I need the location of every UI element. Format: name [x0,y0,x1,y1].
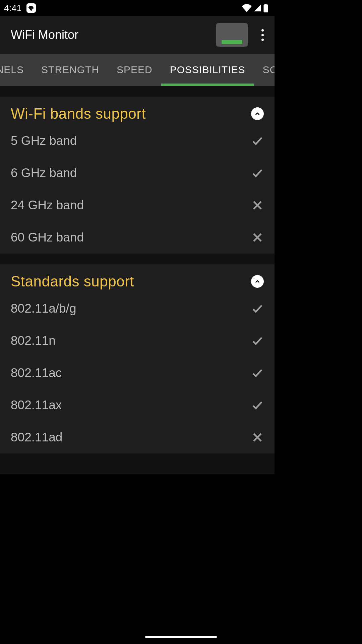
list-item: 802.11ax [11,389,264,421]
row-label: 802.11ad [11,430,62,444]
status-time: 4:41 [4,3,22,13]
list-item: 802.11ad [11,421,264,453]
check-icon [251,135,264,147]
list-item: 802.11a/b/g [11,292,264,325]
app-title: WiFi Monitor [11,28,216,42]
row-label: 802.11ax [11,398,62,412]
tab-scan[interactable]: SCAN [254,54,275,86]
check-icon [251,334,264,347]
tab-nnels[interactable]: NNELS [0,54,33,86]
row-label: 5 GHz band [11,134,77,148]
status-right [242,4,268,12]
check-icon [251,367,264,379]
signal-strength-widget[interactable] [216,23,248,47]
list-item: 24 GHz band [11,189,264,221]
list-item: 802.11ac [11,357,264,389]
check-icon [251,399,264,412]
row-label: 802.11a/b/g [11,302,76,316]
list-item: 6 GHz band [11,157,264,189]
cellular-icon [253,4,262,12]
check-icon [251,167,264,179]
close-icon [251,431,264,444]
row-label: 24 GHz band [11,198,84,212]
tab-label: SCAN [263,64,275,75]
content-scroll[interactable]: Wi-Fi bands support5 GHz band6 GHz band2… [0,86,275,474]
tab-label: STRENGTH [41,64,99,75]
section-title: Wi-Fi bands support [11,105,146,122]
row-label: 6 GHz band [11,166,77,180]
status-bar: 4:41 [0,0,275,16]
chevron-up-icon[interactable] [251,107,264,120]
app-bar: WiFi Monitor [0,16,275,54]
row-label: 802.11n [11,334,56,348]
section-title: Standards support [11,273,134,290]
list-item: 5 GHz band [11,125,264,157]
list-item: 60 GHz band [11,221,264,254]
wifi-icon [242,4,252,12]
more-menu-button[interactable] [256,29,268,41]
close-icon [251,199,264,212]
row-label: 60 GHz band [11,230,84,245]
signal-bar [222,40,242,44]
chevron-up-icon[interactable] [251,275,264,288]
tab-label: NNELS [0,64,24,75]
section: Wi-Fi bands support5 GHz band6 GHz band2… [0,97,275,254]
tab-strength[interactable]: STRENGTH [33,54,108,86]
notification-icon [26,3,36,13]
list-item: 802.11n [11,325,264,357]
battery-icon [263,4,268,12]
tab-label: POSSIBILITIES [170,64,245,75]
section-header[interactable]: Standards support [11,264,264,292]
check-icon [251,302,264,315]
tab-speed[interactable]: SPEED [108,54,161,86]
row-label: 802.11ac [11,366,62,380]
tab-possibilities[interactable]: POSSIBILITIES [161,54,254,86]
tab-bar: NNELSSTRENGTHSPEEDPOSSIBILITIESSCAN [0,54,275,86]
tab-label: SPEED [117,64,153,75]
close-icon [251,231,264,244]
section: Standards support802.11a/b/g802.11n802.1… [0,264,275,453]
status-left: 4:41 [4,3,36,13]
section-header[interactable]: Wi-Fi bands support [11,97,264,125]
